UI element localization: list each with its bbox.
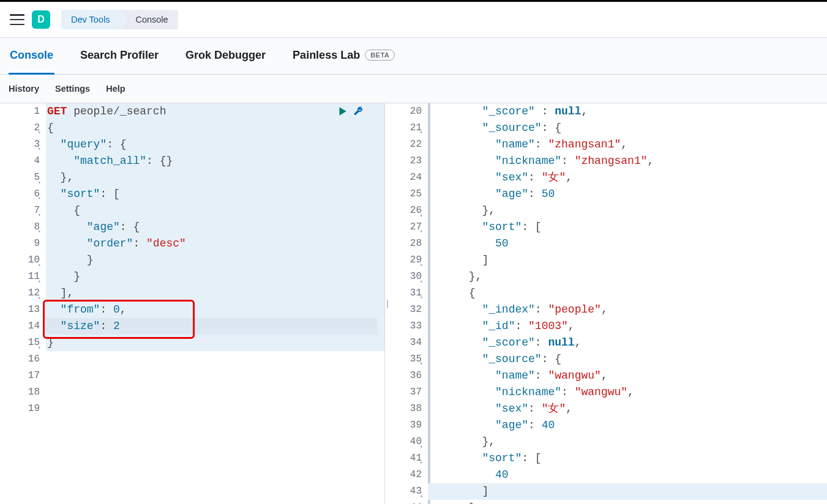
response-line: { (428, 285, 827, 302)
response-viewer[interactable]: "_score" : null, "_source": { "name": "z… (428, 103, 827, 504)
request-line[interactable]: { (46, 120, 384, 136)
menu-toggle-icon[interactable] (10, 14, 24, 25)
response-pane[interactable]: || 2021▾2223242526▴27▾2829▴30▴31▾3233343… (384, 103, 827, 504)
tab-search-profiler[interactable]: Search Profiler (79, 38, 160, 75)
editor-split: 12▾3▾45▴6▾7▾8▾910▴11▴12▴131415▴16171819 … (0, 103, 827, 504)
request-line[interactable]: GET people/_search (46, 103, 384, 120)
response-line: "_source": { (428, 120, 827, 136)
breadcrumb-devtools[interactable]: Dev Tools (61, 10, 119, 29)
subbar-settings[interactable]: Settings (55, 84, 90, 94)
response-line: "_id": "1003", (428, 318, 827, 335)
request-editor[interactable]: GET people/_search{ "query": { "match_al… (46, 103, 384, 417)
request-line[interactable]: } (46, 252, 384, 269)
response-line: }, (428, 269, 827, 285)
response-line: }, (428, 202, 827, 219)
request-line[interactable]: "query": { (46, 136, 384, 153)
response-line: ] (428, 252, 827, 269)
request-line[interactable]: }, (46, 169, 384, 186)
request-line[interactable] (46, 368, 384, 384)
response-line: "sex": "女", (428, 401, 827, 417)
request-line[interactable]: { (46, 202, 384, 219)
response-line: 40 (428, 467, 827, 483)
devtools-tabs: ConsoleSearch ProfilerGrok DebuggerPainl… (0, 38, 827, 75)
response-line: "sort": [ (428, 450, 827, 467)
request-pane[interactable]: 12▾3▾45▴6▾7▾8▾910▴11▴12▴131415▴16171819 … (0, 103, 384, 504)
tab-grok-debugger[interactable]: Grok Debugger (184, 38, 267, 75)
request-line[interactable]: "from": 0, (46, 302, 384, 318)
request-options-icon[interactable] (353, 106, 364, 122)
response-gutter: 2021▾2223242526▴27▾2829▴30▴31▾32333435▾3… (385, 103, 428, 504)
response-line: "sex": "女", (428, 169, 827, 186)
request-line[interactable]: "age": { (46, 219, 384, 235)
response-line: "nickname": "zhangsan1", (428, 153, 827, 169)
space-avatar[interactable]: D (32, 10, 50, 29)
request-line[interactable]: "match_all": {} (46, 153, 384, 169)
response-line: "nickname": "wangwu", (428, 384, 827, 401)
breadcrumb-console: Console (119, 10, 178, 29)
response-line: "_source": { (428, 351, 827, 368)
response-line: }, (428, 434, 827, 450)
request-line[interactable]: ], (46, 285, 384, 302)
response-line: "age": 40 (428, 417, 827, 434)
request-line[interactable]: "sort": [ (46, 186, 384, 202)
breadcrumb: Dev Tools Console (61, 10, 178, 29)
request-line[interactable] (46, 351, 384, 368)
request-line[interactable]: } (46, 269, 384, 285)
response-line: "name": "wangwu", (428, 368, 827, 384)
response-line: } (428, 500, 827, 504)
request-actions (337, 106, 364, 122)
request-line[interactable] (46, 401, 384, 417)
console-subbar: HistorySettingsHelp (0, 75, 827, 103)
response-line: "name": "zhangsan1", (428, 136, 827, 153)
request-line[interactable]: "size": 2 (46, 318, 384, 335)
request-line[interactable]: "order": "desc" (46, 235, 384, 252)
response-line: "_index": "people", (428, 302, 827, 318)
response-line: ] (428, 483, 827, 500)
app-header: D Dev Tools Console (0, 2, 827, 38)
response-line: "age": 50 (428, 186, 827, 202)
run-request-icon[interactable] (337, 106, 348, 122)
subbar-history[interactable]: History (9, 84, 39, 94)
request-line[interactable] (46, 384, 384, 401)
tab-console[interactable]: Console (9, 38, 54, 75)
tab-painless-lab[interactable]: Painless LabBETA (291, 38, 396, 75)
beta-badge: BETA (365, 50, 395, 61)
request-gutter: 12▾3▾45▴6▾7▾8▾910▴11▴12▴131415▴16171819 (0, 103, 46, 504)
response-line: "_score" : null, (428, 103, 827, 120)
subbar-help[interactable]: Help (106, 84, 125, 94)
response-line: "sort": [ (428, 219, 827, 235)
request-line[interactable]: } (46, 335, 384, 351)
response-line: 50 (428, 235, 827, 252)
response-line: "_score": null, (428, 335, 827, 351)
